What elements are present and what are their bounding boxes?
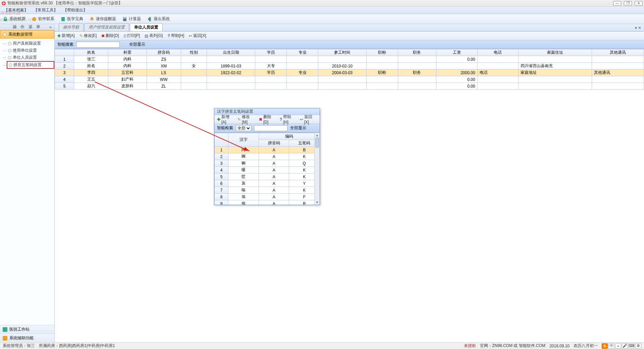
dlg-action-add[interactable]: ✚新增[A] bbox=[217, 114, 234, 124]
table-row[interactable]: 7唉AK bbox=[215, 187, 320, 194]
close-button[interactable]: ✕ bbox=[635, 1, 643, 6]
maximize-button[interactable]: ❐ bbox=[624, 1, 632, 6]
action-list[interactable]: ▤表列[G] bbox=[145, 33, 163, 39]
table-row[interactable]: 2姓名内科XM女1899-01-03大专2010-02-10四川省营山县南充 bbox=[55, 63, 644, 69]
help-icon: ? bbox=[280, 117, 282, 122]
dlg-col-char[interactable]: 汉字 bbox=[228, 133, 259, 147]
bell-icon bbox=[89, 16, 95, 22]
col-salary[interactable]: 工资 bbox=[436, 49, 478, 56]
action-edit[interactable]: ✎修改[E] bbox=[79, 33, 97, 39]
col-edu[interactable]: 学历 bbox=[255, 49, 287, 56]
col-tel[interactable]: 电话 bbox=[477, 49, 519, 56]
tabstrip: 操作导航 用户管理及权限设置 单位人员设置 ▾ ✕ bbox=[55, 24, 644, 32]
ime-punct-icon[interactable]: • bbox=[615, 343, 621, 349]
col-sex[interactable]: 性别 bbox=[181, 49, 207, 56]
action-help[interactable]: ?帮助[H] bbox=[167, 33, 184, 39]
dlg-search-input[interactable] bbox=[254, 125, 287, 131]
svg-rect-3 bbox=[4, 19, 7, 21]
dlg-show-all[interactable]: 全部显示 bbox=[290, 125, 306, 131]
menu-tools[interactable]: 【常用工具】 bbox=[32, 7, 59, 13]
back-icon: ↩ bbox=[300, 117, 303, 122]
tree-node-user-perm[interactable]: 用户及权限设置 bbox=[7, 40, 54, 47]
col-dept[interactable]: 科室 bbox=[108, 49, 147, 56]
searchbar: 智能搜索 全部显示 bbox=[55, 40, 644, 49]
tree-group-system[interactable]: 系统数据管理 bbox=[0, 30, 54, 39]
add-icon: ✚ bbox=[217, 117, 220, 122]
pinyin-grid: 汉字 编码 拼音码 五笔码 1阿AB2啊AK3锕AQ4嗄AK5哎AK6哀AY7唉… bbox=[214, 133, 320, 205]
action-delete[interactable]: ✖删除[D] bbox=[101, 33, 119, 39]
table-row[interactable]: 2啊AK bbox=[215, 153, 320, 160]
lock-icon bbox=[3, 16, 8, 22]
col-other[interactable]: 其他通讯 bbox=[592, 49, 644, 56]
action-print[interactable]: ⎙打印[P] bbox=[124, 33, 140, 39]
sidebar-bottom-aux[interactable]: 系统辅助功能 bbox=[0, 334, 54, 342]
action-add[interactable]: ✚新增[A] bbox=[57, 33, 75, 39]
ime-lang-icon[interactable]: 中 bbox=[608, 343, 614, 349]
col-birth[interactable]: 出生日期 bbox=[207, 49, 255, 56]
action-back[interactable]: ↩返回[X] bbox=[189, 33, 206, 39]
tree-node-staff[interactable]: 单位人员设置 bbox=[7, 54, 54, 61]
tab-user-perm[interactable]: 用户管理及权限设置 bbox=[84, 23, 129, 31]
show-all-link[interactable]: 全部显示 bbox=[129, 42, 145, 47]
scroll-down-icon[interactable]: ▼ bbox=[315, 200, 320, 205]
dlg-filter-select[interactable]: 全部 bbox=[236, 125, 251, 131]
ime-sogou-icon[interactable]: S bbox=[602, 343, 608, 349]
ime-keyboard-icon[interactable]: ⌨ bbox=[629, 343, 635, 349]
search-input[interactable] bbox=[76, 42, 120, 48]
dlg-scrollbar[interactable]: ▲ ▼ bbox=[314, 133, 320, 205]
table-row[interactable]: 1张三内科ZS0.00 bbox=[55, 56, 644, 63]
tabs-menu[interactable]: ▾ ✕ bbox=[635, 26, 641, 30]
sidebar-collapse[interactable]: « bbox=[49, 25, 53, 30]
pinyin-wubi-dialog: 汉字拼音五笔码设置 ✚新增[A] ✎修改[M] ✖删除[D] ?帮助[H] ↩返… bbox=[214, 108, 320, 205]
tb-reminder[interactable]: 迷你提醒器 bbox=[89, 16, 116, 22]
scroll-thumb[interactable] bbox=[315, 138, 319, 148]
scroll-up-icon[interactable]: ▲ bbox=[315, 133, 320, 138]
tab-nav[interactable]: 操作导航 bbox=[59, 23, 84, 31]
tree-node-unit[interactable]: 使用单位设置 bbox=[7, 47, 54, 54]
sidebar-bottom-medtech[interactable]: 医技工作站 bbox=[0, 325, 54, 334]
tb-contact[interactable]: 软件联系 bbox=[32, 16, 54, 22]
dlg-action-delete[interactable]: ✖删除[D] bbox=[259, 114, 276, 124]
menu-help[interactable]: 【帮助退出】 bbox=[62, 7, 89, 13]
col-worktime[interactable]: 参工时间 bbox=[318, 49, 366, 56]
col-addr[interactable]: 家庭住址 bbox=[519, 49, 592, 56]
app-icon bbox=[1, 1, 6, 6]
ime-mic-icon[interactable]: 🎤 bbox=[622, 343, 628, 349]
add-icon: ✚ bbox=[57, 34, 61, 38]
col-title[interactable]: 职称 bbox=[366, 49, 398, 56]
table-row[interactable]: 5赵六皮肤科ZL0.00 bbox=[55, 83, 644, 90]
table-row[interactable]: 3锕AQ bbox=[215, 160, 320, 167]
col-major[interactable]: 专业 bbox=[287, 49, 318, 56]
edit-icon: ✎ bbox=[79, 34, 83, 38]
col-duty[interactable]: 职务 bbox=[398, 49, 436, 56]
contact-icon bbox=[32, 16, 37, 22]
ime-settings-icon[interactable]: ⚙ bbox=[635, 343, 641, 349]
table-row[interactable]: 1阿AB bbox=[215, 147, 320, 153]
dlg-action-help[interactable]: ?帮助[H] bbox=[280, 114, 296, 124]
tree-node-pinyin-wubi[interactable]: 拼音五笔码设置 bbox=[7, 61, 54, 69]
dlg-col-pinyin[interactable]: 拼音码 bbox=[259, 140, 289, 147]
main-toolbar: 系统锁屏 软件联系 医学宝典 迷你提醒器 计算器 退出系统 bbox=[0, 14, 644, 24]
dlg-action-edit[interactable]: ✎修改[M] bbox=[237, 114, 255, 124]
table-row[interactable]: 4嗄AK bbox=[215, 167, 320, 173]
sidebar: 操 作 菜 单« 系统数据管理 用户及权限设置 使用单位设置 单位人员设置 拼音… bbox=[0, 24, 55, 342]
table-row[interactable]: 6哀AY bbox=[215, 180, 320, 187]
table-row[interactable]: 5哎AK bbox=[215, 173, 320, 180]
dlg-action-back[interactable]: ↩返回[X] bbox=[300, 114, 317, 124]
table-row[interactable]: 4王五妇产科WW0.00 bbox=[55, 76, 644, 83]
dlg-col-code[interactable]: 编码 bbox=[259, 133, 319, 140]
tb-lock[interactable]: 系统锁屏 bbox=[3, 16, 25, 22]
tb-exit[interactable]: 退出系统 bbox=[147, 16, 170, 22]
tb-calc[interactable]: 计算器 bbox=[122, 16, 141, 22]
tab-staff[interactable]: 单位人员设置 bbox=[130, 23, 163, 31]
sidebar-header: 操 作 菜 单« bbox=[0, 24, 54, 30]
minimize-button[interactable]: — bbox=[613, 1, 621, 6]
table-row[interactable]: 3李四五官科LS1922-02-02学历专业2004-03-03职称职务2000… bbox=[55, 69, 644, 76]
table-row[interactable]: 8埃AF bbox=[215, 194, 320, 200]
menu-basic[interactable]: 【基本档案】 bbox=[3, 7, 30, 13]
col-pinyin[interactable]: 拼音码 bbox=[147, 49, 181, 56]
tb-medical[interactable]: 医学宝典 bbox=[60, 16, 83, 22]
table-row[interactable]: 9挨AR bbox=[215, 200, 320, 205]
col-name[interactable]: 姓名 bbox=[74, 49, 108, 56]
delete-icon: ✖ bbox=[259, 117, 262, 122]
